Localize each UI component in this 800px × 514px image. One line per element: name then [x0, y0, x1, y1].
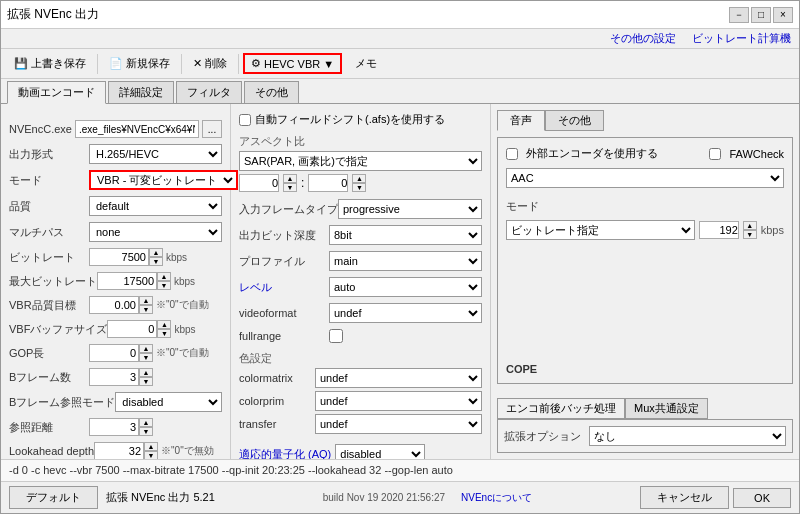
new-save-icon: 📄 [109, 57, 123, 70]
gear-icon: ⚙ [251, 57, 261, 70]
bframe-input[interactable] [89, 368, 139, 386]
aspect-width-down-button[interactable]: ▼ [283, 183, 297, 192]
toolbar-separator-2 [181, 54, 182, 74]
audio-bitrate-up-button[interactable]: ▲ [743, 221, 757, 230]
auto-field-shift-label: 自動フィールドシフト(.afs)を使用する [255, 112, 445, 127]
audio-bitrate-spinner: ▲ ▼ [743, 221, 757, 239]
bitrate-calc-button[interactable]: ビットレート計算機 [692, 31, 791, 46]
bitrate-up-button[interactable]: ▲ [149, 248, 163, 257]
aspect-height-down-button[interactable]: ▼ [352, 183, 366, 192]
nvenc-about-link[interactable]: NVEncについて [461, 491, 532, 505]
tab-filter[interactable]: フィルタ [176, 81, 242, 103]
ref-down-button[interactable]: ▼ [139, 427, 153, 436]
vbf-buf-input[interactable] [107, 320, 157, 338]
profile-select[interactable]: main [329, 251, 482, 271]
gop-up-button[interactable]: ▲ [139, 344, 153, 353]
max-bitrate-input[interactable] [97, 272, 157, 290]
main-content: NVIDIA NVEnc NVEncC.exe ... 出力形式 H.265/H… [1, 104, 799, 459]
mux-tab-encode[interactable]: エンコ前後バッチ処理 [497, 398, 625, 419]
exe-input[interactable] [75, 120, 199, 138]
multipass-row: マルチパス none [9, 222, 222, 242]
aspect-height-up-button[interactable]: ▲ [352, 174, 366, 183]
color-settings-section: 色設定 colormatrix undef colorprim undef [239, 351, 482, 437]
tab-detail-settings[interactable]: 詳細設定 [108, 81, 174, 103]
audio-bitrate-input[interactable] [699, 221, 739, 239]
lookahead-input[interactable] [94, 442, 144, 459]
bitrate-input[interactable] [89, 248, 149, 266]
aq-select[interactable]: disabled [335, 444, 425, 459]
ext-encoder-checkbox[interactable] [506, 148, 518, 160]
bitrate-down-button[interactable]: ▼ [149, 257, 163, 266]
bit-depth-select[interactable]: 8bit [329, 225, 482, 245]
close-button[interactable]: × [773, 7, 793, 23]
audio-mode-select[interactable]: ビットレート指定 [506, 220, 695, 240]
maximize-button[interactable]: □ [751, 7, 771, 23]
auto-field-shift-checkbox[interactable] [239, 114, 251, 126]
mid-panel: 自動フィールドシフト(.afs)を使用する アスペクト比 SAR(PAR, 画素… [231, 104, 491, 459]
gop-down-button[interactable]: ▼ [139, 353, 153, 362]
mode-select[interactable]: VBR - 可変ビットレート [89, 170, 238, 190]
default-button[interactable]: デフォルト [9, 486, 98, 509]
memo-button[interactable]: メモ [348, 53, 384, 74]
tab-video-encode[interactable]: 動画エンコード [7, 81, 106, 104]
frame-type-select[interactable]: progressive [338, 199, 482, 219]
frame-type-label: 入力フレームタイプ [239, 202, 338, 217]
colorprim-select[interactable]: undef [315, 391, 482, 411]
fullrange-checkbox[interactable] [329, 329, 343, 343]
max-bitrate-down-button[interactable]: ▼ [157, 281, 171, 290]
videoformat-select[interactable]: undef [329, 303, 482, 323]
aspect-height-input[interactable] [308, 174, 348, 192]
profile-label: プロファイル [239, 254, 329, 269]
delete-button[interactable]: ✕ 削除 [186, 53, 234, 74]
upload-save-icon: 💾 [14, 57, 28, 70]
bframe-down-button[interactable]: ▼ [139, 377, 153, 386]
max-bitrate-row: 最大ビットレート ▲ ▼ kbps [9, 272, 222, 290]
mux-option-label: 拡張オプション [504, 429, 581, 444]
mux-section: エンコ前後バッチ処理 Mux共通設定 拡張オプション なし [497, 390, 793, 453]
tab-other[interactable]: その他 [244, 81, 299, 103]
lookahead-row: Lookahead depth ▲ ▼ ※"0"で無効 [9, 442, 222, 459]
colormatrix-select[interactable]: undef [315, 368, 482, 388]
bframe-mode-row: Bフレーム参照モード disabled [9, 392, 222, 412]
cancel-button[interactable]: キャンセル [640, 486, 729, 509]
max-bitrate-label: 最大ビットレート [9, 274, 97, 289]
aac-select[interactable]: AAC [506, 168, 784, 188]
vbf-buf-down-button[interactable]: ▼ [157, 329, 171, 338]
minimize-button[interactable]: － [729, 7, 749, 23]
multipass-select[interactable]: none [89, 222, 222, 242]
lookahead-up-button[interactable]: ▲ [144, 442, 158, 451]
upload-save-button[interactable]: 💾 上書き保存 [7, 53, 93, 74]
quality-label: 品質 [9, 199, 89, 214]
vbf-buf-up-button[interactable]: ▲ [157, 320, 171, 329]
mux-tab-common[interactable]: Mux共通設定 [625, 398, 708, 419]
aspect-width-spinner: ▲ ▼ [283, 174, 297, 192]
bframe-mode-select[interactable]: disabled [115, 392, 222, 412]
ref-input[interactable] [89, 418, 139, 436]
other-settings-button[interactable]: その他の設定 [610, 31, 676, 46]
vbr-quality-down-button[interactable]: ▼ [139, 305, 153, 314]
bframe-up-button[interactable]: ▲ [139, 368, 153, 377]
tab-other[interactable]: その他 [545, 110, 604, 131]
vbr-quality-up-button[interactable]: ▲ [139, 296, 153, 305]
tab-audio[interactable]: 音声 [497, 110, 545, 131]
faw-check-checkbox[interactable] [709, 148, 721, 160]
mux-option-select[interactable]: なし [589, 426, 786, 446]
level-select[interactable]: auto [329, 277, 482, 297]
ref-up-button[interactable]: ▲ [139, 418, 153, 427]
new-save-button[interactable]: 📄 新規保存 [102, 53, 177, 74]
aspect-select[interactable]: SAR(PAR, 画素比)で指定 [239, 151, 482, 171]
exe-browse-button[interactable]: ... [202, 120, 222, 138]
aspect-width-input[interactable] [239, 174, 279, 192]
max-bitrate-up-button[interactable]: ▲ [157, 272, 171, 281]
audio-mode-row: ビットレート指定 ▲ ▼ kbps [506, 220, 784, 240]
aspect-width-up-button[interactable]: ▲ [283, 174, 297, 183]
quality-select[interactable]: default [89, 196, 222, 216]
transfer-select[interactable]: undef [315, 414, 482, 434]
hevc-vbr-button[interactable]: ⚙ HEVC VBR ▼ [243, 53, 342, 74]
gop-input[interactable] [89, 344, 139, 362]
audio-bitrate-down-button[interactable]: ▼ [743, 230, 757, 239]
lookahead-down-button[interactable]: ▼ [144, 451, 158, 459]
output-format-select[interactable]: H.265/HEVC [89, 144, 222, 164]
vbr-quality-input[interactable] [89, 296, 139, 314]
ok-button[interactable]: OK [733, 488, 791, 508]
